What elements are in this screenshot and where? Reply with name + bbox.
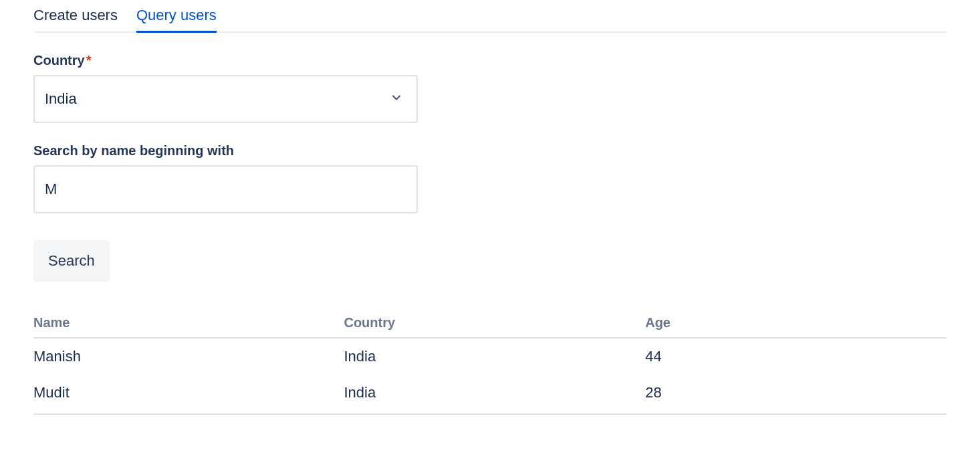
table-row: Mudit India 28 <box>33 375 947 414</box>
search-field-group: Search by name beginning with <box>33 143 947 213</box>
search-label: Search by name beginning with <box>33 143 947 159</box>
table-row: Manish India 44 <box>33 338 947 375</box>
search-input[interactable] <box>33 165 418 213</box>
cell-country: India <box>344 338 645 375</box>
country-select[interactable]: India <box>33 75 418 123</box>
table-header-age: Age <box>645 308 947 338</box>
table-header-country: Country <box>344 308 645 338</box>
cell-name: Manish <box>33 338 344 375</box>
country-select-wrapper: India <box>33 75 418 123</box>
cell-country: India <box>344 375 645 414</box>
tabs-bar: Create users Query users <box>33 0 947 33</box>
cell-name: Mudit <box>33 375 344 414</box>
required-asterisk: * <box>86 53 92 68</box>
results-table: Name Country Age Manish India 44 Mudit I… <box>33 308 947 415</box>
tab-query-users[interactable]: Query users <box>136 0 217 33</box>
country-label: Country* <box>33 53 947 68</box>
table-header-name: Name <box>33 308 344 338</box>
search-button[interactable]: Search <box>33 240 110 282</box>
cell-age: 28 <box>645 375 947 414</box>
country-select-value: India <box>45 90 77 108</box>
table-header-row: Name Country Age <box>33 308 947 338</box>
cell-age: 44 <box>645 338 947 375</box>
country-field-group: Country* India <box>33 53 947 123</box>
country-label-text: Country <box>33 53 85 68</box>
tab-create-users[interactable]: Create users <box>33 0 118 33</box>
query-form: Country* India Search by name beginning … <box>33 53 947 282</box>
